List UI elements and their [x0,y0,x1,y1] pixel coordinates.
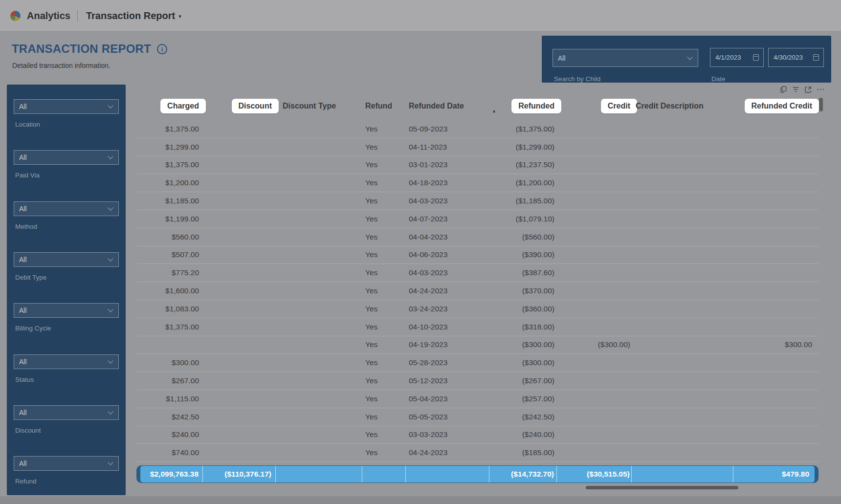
filter-icon[interactable] [793,87,799,92]
cell-refunded-credit [733,246,819,264]
copy-icon[interactable] [780,86,787,93]
chevron-down-icon [108,358,113,363]
cell-refunded-credit [733,282,819,300]
cell-discount [203,246,276,264]
cell-credit [557,444,632,461]
column-header-credit[interactable]: Credit [557,102,632,110]
table-row: $1,185.00Yes04-03-2023($1,185.00) [136,192,819,210]
filter-dropdown-status[interactable]: All [14,354,119,369]
column-header-discount[interactable]: Discount [203,102,276,110]
column-header-charged[interactable]: Charged [136,102,203,110]
cell-refund: Yes [362,408,406,426]
filter-label: Paid Via [15,172,119,179]
cell-refunded-date: 03-03-2023 [406,426,489,444]
cell-refund: Yes [362,372,406,390]
cell-refunded-date: 05-12-2023 [406,372,489,390]
date-from-input[interactable]: 4/1/2023 [710,48,764,67]
cell-discount [203,120,276,138]
cell-refunded-date: 03-01-2023 [406,156,489,174]
header-label: Credit Description [636,102,704,110]
cell-credit [557,300,632,318]
chevron-down-icon [687,54,692,60]
filter-dropdown-discount[interactable]: All [14,405,119,420]
chevron-down-icon [108,205,113,210]
cell-refund: Yes [362,246,406,264]
info-icon[interactable] [157,44,167,54]
cell-credit [557,318,632,336]
cell-credit [557,426,632,444]
filter-dropdown-refund[interactable]: All [14,456,119,471]
filter-dropdown-paid-via[interactable]: All [14,150,119,165]
cell-refunded-credit [733,444,819,461]
filter-label: Status [15,376,119,383]
column-header-discount-type[interactable]: Discount Type [276,102,362,110]
cell-refunded: ($387.60) [489,264,557,282]
filter-value: All [19,103,27,110]
date-to-input[interactable]: 4/30/2023 [768,48,824,67]
column-header-refunded-credit[interactable]: Refunded Credit [733,102,819,110]
sidebar-filter-panel: AllLocationAllPaid ViaAllMethodAllDebit … [7,85,126,495]
horizontal-scrollbar-thumb[interactable] [586,486,738,489]
cell-refunded: ($1,200.00) [489,174,557,192]
column-header-refunded-date[interactable]: Refunded Date [406,102,489,110]
chevron-down-icon [108,154,113,159]
topbar-divider [77,10,78,22]
search-by-child-dropdown[interactable]: All [553,49,698,67]
cell-credit-description [632,300,733,318]
cell-discount [203,300,276,318]
column-header-credit-description[interactable]: Credit Description [632,102,733,110]
cell-refunded-credit [733,372,819,390]
cell-discount-type [276,444,362,461]
table-row: Yes04-19-2023($300.00)($300.00)$300.00 [136,336,819,354]
cell-refunded: ($1,375.00) [489,120,557,138]
more-options-icon[interactable]: ··· [817,87,825,92]
filter-dropdown-billing-cycle[interactable]: All [14,303,119,318]
cell-refund: Yes [362,264,406,282]
cell-refunded-credit [733,192,819,210]
column-header-refunded[interactable]: Refunded [489,102,557,110]
filter-dropdown-debit-type[interactable]: All [14,252,119,267]
cell-refunded: ($560.00) [489,228,557,246]
cell-refunded-date: 04-24-2023 [406,444,489,461]
table-row: $507.00Yes04-06-2023($390.00) [136,246,819,264]
cell-credit [557,174,632,192]
totals-row-cells: $2,099,763.38($110,376.17)($14,732.70)($… [140,466,815,482]
cell-discount [203,156,276,174]
filter-group-discount: AllDiscount [14,405,119,434]
total-cell-refunded-date [406,466,489,482]
sort-ascending-icon[interactable]: ▲ [492,109,496,113]
cell-discount [203,336,276,354]
calendar-icon [813,54,819,61]
calendar-icon [753,54,759,61]
cell-refunded-credit [733,318,819,336]
focus-mode-icon[interactable] [805,87,811,93]
cell-discount [203,228,276,246]
cell-refunded-date: 04-03-2023 [406,192,489,210]
cell-refunded-credit [733,156,819,174]
report-selector[interactable]: Transaction Report ▾ [86,10,181,22]
cell-refunded-credit [733,228,819,246]
cell-credit [557,120,632,138]
cell-discount-type [276,336,362,354]
cell-credit-description [632,174,733,192]
column-header-refund[interactable]: Refund [362,102,406,110]
cell-refunded-credit [733,300,819,318]
cell-charged: $775.20 [136,264,203,282]
table-row: $775.20Yes04-03-2023($387.60) [136,264,819,282]
filter-dropdown-method[interactable]: All [14,201,119,216]
cell-discount [203,426,276,444]
vertical-scrollbar-thumb[interactable] [819,98,823,111]
filter-dropdown-location[interactable]: All [14,99,119,114]
transaction-table: ChargedDiscountDiscount TypeRefundRefund… [136,95,819,491]
cell-refunded: ($1,185.00) [489,192,557,210]
header-label: Discount Type [283,102,336,110]
cell-refunded: ($300.00) [489,354,557,372]
cell-refund: Yes [362,228,406,246]
table-row: $240.00Yes03-03-2023($240.00) [136,426,819,444]
cell-refunded-date: 04-06-2023 [406,246,489,264]
bottom-strip [0,496,841,504]
cell-discount-type [276,192,362,210]
filter-value: All [19,358,27,366]
filter-label: Method [15,223,119,230]
cell-discount [203,318,276,336]
